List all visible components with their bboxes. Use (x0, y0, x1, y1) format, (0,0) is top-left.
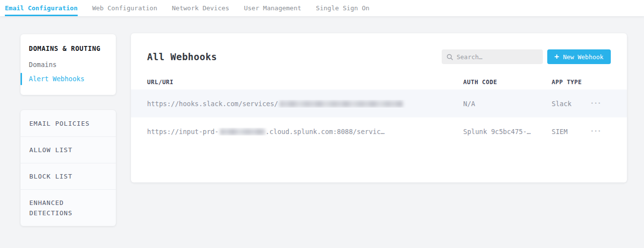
panel-header: All Webhooks + New Webhook (131, 33, 627, 75)
sidebar-item-email-policies[interactable]: EMAIL POLICIES (21, 110, 116, 136)
sidebar-item-block-list[interactable]: BLOCK LIST (21, 163, 116, 189)
app-type-cell: SIEM (552, 128, 590, 135)
tab-user-management[interactable]: User Management (244, 0, 301, 16)
table-row: https://hooks.slack.com/services/ N/A Sl… (131, 90, 627, 117)
sidebar-item-allow-list[interactable]: ALLOW LIST (21, 136, 116, 163)
column-header-auth: AUTH CODE (463, 79, 552, 86)
webhooks-panel: All Webhooks + New Webhook URL/URI AUTH … (131, 33, 627, 182)
domains-routing-heading: DOMAINS & ROUTING (29, 45, 107, 52)
tab-network-devices[interactable]: Network Devices (172, 0, 229, 16)
row-actions-button[interactable]: ••• (590, 127, 602, 135)
tab-single-sign-on[interactable]: Single Sign On (316, 0, 370, 16)
url-text: https://input-prd- (147, 128, 218, 135)
search-input[interactable] (457, 53, 538, 61)
header-actions: + New Webhook (442, 49, 611, 64)
sidebar-sections-card: EMAIL POLICIES ALLOW LIST BLOCK LIST ENH… (21, 110, 116, 226)
new-webhook-button[interactable]: + New Webhook (547, 49, 611, 64)
new-webhook-label: New Webhook (563, 53, 603, 61)
auth-code-cell: Splunk 9c5bc475-… (463, 128, 552, 135)
page-title: All Webhooks (147, 51, 217, 62)
active-indicator-bar (21, 73, 22, 85)
tab-web-configuration[interactable]: Web Configuration (92, 0, 157, 16)
url-suffix: .cloud.splunk.com:8088/servic… (265, 128, 385, 135)
table-row: https://input-prd-.cloud.splunk.com:8088… (131, 117, 627, 145)
webhook-url-cell: https://hooks.slack.com/services/ (147, 100, 463, 108)
domains-routing-card: DOMAINS & ROUTING Domains Alert Webhooks (21, 34, 116, 95)
url-text: https://hooks.slack.com/services/ (147, 100, 278, 108)
sidebar-item-enhanced-detections[interactable]: ENHANCED DETECTIONS (21, 189, 116, 226)
webhook-url-cell: https://input-prd-.cloud.splunk.com:8088… (147, 128, 463, 135)
plus-icon: + (555, 53, 559, 61)
search-box (442, 49, 543, 64)
row-actions-button[interactable]: ••• (590, 99, 602, 108)
auth-code-cell: N/A (463, 100, 552, 108)
search-icon (447, 54, 453, 60)
sidebar-item-alert-webhooks[interactable]: Alert Webhooks (29, 75, 107, 83)
column-header-app: APP TYPE (552, 79, 590, 86)
top-nav: Email Configuration Web Configuration Ne… (0, 0, 644, 16)
sidebar-item-domains[interactable]: Domains (29, 61, 107, 68)
column-header-url: URL/URI (147, 79, 463, 86)
sidebar-item-label: Alert Webhooks (29, 75, 85, 83)
redacted-url-segment (279, 101, 403, 107)
redacted-url-segment (220, 129, 265, 135)
app-type-cell: Slack (552, 100, 590, 108)
table-header: URL/URI AUTH CODE APP TYPE (131, 75, 627, 90)
tab-email-configuration[interactable]: Email Configuration (5, 0, 78, 16)
